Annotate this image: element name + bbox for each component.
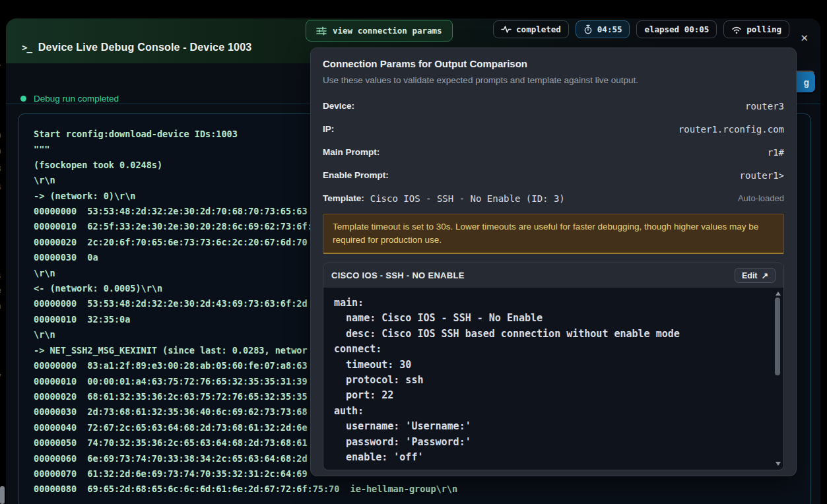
template-panel: CISCO IOS - SSH - NO ENABLE Edit ↗ main:… (323, 263, 784, 470)
background-fragment: 0 (0, 131, 5, 141)
status-badge-completed: completed (493, 20, 569, 38)
template-yaml: main: name: Cisco IOS - SSH - No Enable … (323, 288, 783, 465)
field-row-main-prompt: Main Prompt: r1# (323, 141, 784, 164)
popover-title: Connection Params for Output Comparison (323, 57, 784, 71)
field-label: Enable Prompt: (323, 170, 389, 180)
background-page-scrollbar-thumb[interactable] (0, 486, 5, 504)
field-label: Device: (323, 101, 354, 111)
badge-label: completed (516, 24, 561, 34)
badge-label: 04:55 (597, 24, 622, 34)
badge-label: elapsed 00:05 (644, 24, 709, 34)
auto-loaded-badge: Auto-loaded (738, 193, 784, 203)
field-value: router1> (740, 170, 784, 181)
close-icon[interactable]: ✕ (800, 33, 809, 43)
external-link-icon: ↗ (762, 270, 768, 280)
view-connection-params-button[interactable]: view connection params (306, 20, 453, 42)
field-row-device: Device: router3 (323, 94, 784, 117)
timer-badge: 04:55 (576, 20, 630, 38)
field-row-enable-prompt: Enable Prompt: router1> (323, 164, 784, 187)
terminal-prompt-icon: >_ (22, 42, 32, 53)
scroll-up-arrow-icon[interactable] (776, 292, 781, 296)
field-value: router1.rconfig.com (678, 124, 784, 135)
view-connection-params-label: view connection params (333, 26, 442, 36)
screen: / 0 0 3 4 s e n y >_ Device Live Debug C… (0, 0, 827, 504)
hidden-button-visible-text: g (803, 77, 809, 88)
field-label: IP: (323, 124, 334, 134)
code-scrollbar[interactable] (774, 289, 782, 468)
sliders-icon (316, 26, 327, 36)
title-group: >_ Device Live Debug Console - Device 10… (22, 38, 251, 57)
field-value: router3 (745, 101, 784, 111)
template-panel-title: CISCO IOS - SSH - NO ENABLE (331, 270, 465, 280)
background-fragment: e (0, 285, 5, 295)
background-fragment: / (0, 63, 5, 73)
edit-template-button[interactable]: Edit ↗ (735, 268, 776, 283)
params-field-list: Device: router3 IP: router1.rconfig.com … (323, 94, 784, 210)
template-value: Cisco IOS - SSH - No Enable (ID: 3) (370, 193, 565, 204)
status-row: Debug run completed (20, 94, 119, 104)
badge-group: completed 04:55 elapsed 00:05 (493, 20, 789, 38)
template-code-area[interactable]: main: name: Cisco IOS - SSH - No Enable … (323, 288, 783, 470)
field-value: r1# (768, 147, 784, 158)
scrollbar-thumb[interactable] (775, 298, 780, 375)
elapsed-badge: elapsed 00:05 (636, 20, 717, 38)
activity-icon (501, 25, 512, 34)
field-label: Main Prompt: (323, 147, 380, 157)
template-panel-header: CISCO IOS - SSH - NO ENABLE Edit ↗ (323, 263, 783, 288)
status-text: Debug run completed (34, 94, 119, 104)
wifi-icon (731, 25, 742, 34)
background-fragment: 3 (0, 164, 5, 173)
timeout-warning: Template timeout is set to 30s. Lower ti… (323, 214, 784, 254)
field-label: Template: (323, 193, 364, 203)
stopwatch-icon (583, 24, 593, 34)
background-fragment: 0 (0, 146, 5, 156)
background-fragment: n (0, 301, 5, 311)
modal-title: Device Live Debug Console - Device 1003 (38, 42, 252, 53)
polling-badge: polling (723, 20, 789, 38)
badge-label: polling (746, 24, 781, 34)
status-dot-icon (20, 96, 26, 102)
field-row-template: Template: Cisco IOS - SSH - No Enable (I… (323, 187, 784, 210)
background-fragment: y (0, 371, 5, 381)
background-fragment: 4 (0, 182, 5, 192)
field-row-ip: IP: router1.rconfig.com (323, 117, 784, 141)
edit-button-label: Edit (742, 271, 758, 280)
background-fragment: s (0, 270, 5, 280)
scroll-down-arrow-icon[interactable] (776, 462, 781, 466)
popover-subtitle: Use these values to validate expected pr… (323, 75, 784, 86)
connection-params-popover: Connection Params for Output Comparison … (310, 47, 797, 476)
